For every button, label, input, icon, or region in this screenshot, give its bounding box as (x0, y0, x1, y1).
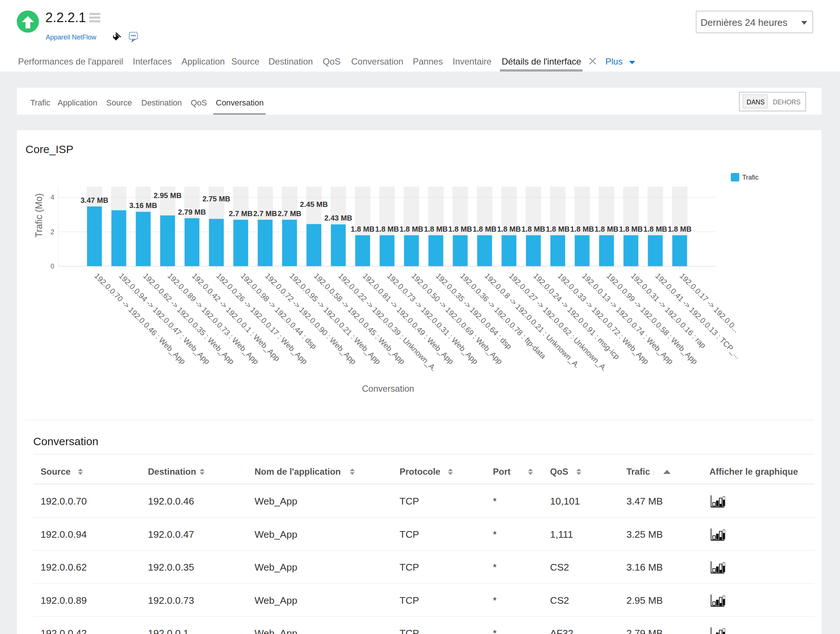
svg-text:Conversation: Conversation (362, 383, 414, 394)
svg-text:192.0.0.70 -> 192.0.0.46 : Web: 192.0.0.70 -> 192.0.0.46 : Web_App (93, 271, 187, 366)
svg-text:2.43 MB: 2.43 MB (324, 214, 352, 222)
svg-text:1.8 MB: 1.8 MB (497, 225, 521, 233)
svg-text:192.0.0.94 -> 192.0.0.47 : Web: 192.0.0.94 -> 192.0.0.47 : Web_App (117, 271, 212, 366)
svg-text:1.8 MB: 1.8 MB (643, 225, 667, 233)
svg-text:1.8 MB: 1.8 MB (399, 225, 423, 233)
svg-text:192.0.0.13 -> 192.0.0.74 : Web: 192.0.0.13 -> 192.0.0.74 : Web_App (580, 271, 675, 366)
svg-text:192.0.0.72 -> 192.0.0.90 : Web: 192.0.0.72 -> 192.0.0.90 : Web_App (264, 271, 358, 366)
svg-text:192.0.0.24 -> 192.0.0.91 : msg: 192.0.0.24 -> 192.0.0.91 : msg-icp (532, 271, 622, 361)
svg-text:1.8 MB: 1.8 MB (619, 225, 643, 233)
svg-text:4: 4 (51, 194, 54, 201)
svg-text:2.7 MB: 2.7 MB (253, 210, 277, 218)
svg-text:2.7 MB: 2.7 MB (229, 210, 252, 218)
svg-text:2.79 MB: 2.79 MB (178, 208, 206, 216)
svg-text:1.8 MB: 1.8 MB (424, 225, 447, 233)
svg-text:2.45 MB: 2.45 MB (300, 200, 328, 208)
svg-text:192.0.0.81 -> 192.0.0.49 : Web: 192.0.0.81 -> 192.0.0.49 : Web_App (361, 271, 456, 366)
svg-text:2: 2 (51, 228, 54, 236)
svg-text:192.0.0.89 -> 192.0.0.73 : Web: 192.0.0.89 -> 192.0.0.73 : Web_App (166, 271, 261, 366)
svg-text:192.0.0.99 -> 192.0.0.58 : Web: 192.0.0.99 -> 192.0.0.58 : Web_App (605, 271, 699, 366)
svg-text:1.8 MB: 1.8 MB (472, 225, 496, 233)
svg-text:1.8 MB: 1.8 MB (448, 225, 472, 233)
svg-text:192.0.0.73 -> 192.0.0.31 : Web: 192.0.0.73 -> 192.0.0.31 : Web_App (385, 271, 480, 366)
svg-text:192.0.0.58 -> 192.0.0.45 : Web: 192.0.0.58 -> 192.0.0.45 : Web_App (312, 271, 407, 366)
svg-text:192.0.0.36 -> 192.0.0.78 : ftp: 192.0.0.36 -> 192.0.0.78 : ftp-data (459, 271, 548, 360)
svg-text:1.8 MB: 1.8 MB (546, 225, 570, 233)
svg-text:1.8 MB: 1.8 MB (595, 225, 618, 233)
svg-text:Trafic: Trafic (742, 174, 758, 181)
svg-text:192.0.0.41 -> 192.0.0.13 : TCP: 192.0.0.41 -> 192.0.0.13 : TCP_... (653, 271, 743, 361)
svg-text:2.7 MB: 2.7 MB (278, 210, 302, 218)
svg-text:1.8 MB: 1.8 MB (351, 225, 374, 233)
svg-text:192.0.0.33 -> 192.0.0.72 : Web: 192.0.0.33 -> 192.0.0.72 : Web_App (556, 271, 651, 366)
svg-text:1.8 MB: 1.8 MB (570, 225, 594, 233)
svg-text:Trafic (Mo): Trafic (Mo) (33, 193, 44, 238)
svg-text:192.0.0.50 -> 192.0.0.69 : Web: 192.0.0.50 -> 192.0.0.69 : Web_App (409, 271, 504, 366)
svg-text:192.0.0.26 -> 192.0.0.17 : Web: 192.0.0.26 -> 192.0.0.17 : Web_App (215, 271, 309, 366)
svg-text:192.0.0.42 -> 192.0.0.1 : Web_: 192.0.0.42 -> 192.0.0.1 : Web_App (190, 271, 281, 363)
svg-text:1.8 MB: 1.8 MB (522, 225, 545, 233)
svg-text:0: 0 (51, 263, 54, 270)
svg-text:2.95 MB: 2.95 MB (154, 191, 182, 200)
svg-text:2.75 MB: 2.75 MB (202, 195, 231, 203)
svg-text:192.0.0.62 -> 192.0.0.35 : Web: 192.0.0.62 -> 192.0.0.35 : Web_App (141, 271, 236, 366)
svg-text:1.8 MB: 1.8 MB (668, 225, 692, 233)
svg-text:192.0.0.95 -> 192.0.0.21 : Web: 192.0.0.95 -> 192.0.0.21 : Web_App (288, 271, 382, 366)
svg-text:3.47 MB: 3.47 MB (81, 196, 109, 204)
svg-text:1.8 MB: 1.8 MB (375, 225, 399, 233)
svg-text:3.16 MB: 3.16 MB (129, 201, 157, 210)
